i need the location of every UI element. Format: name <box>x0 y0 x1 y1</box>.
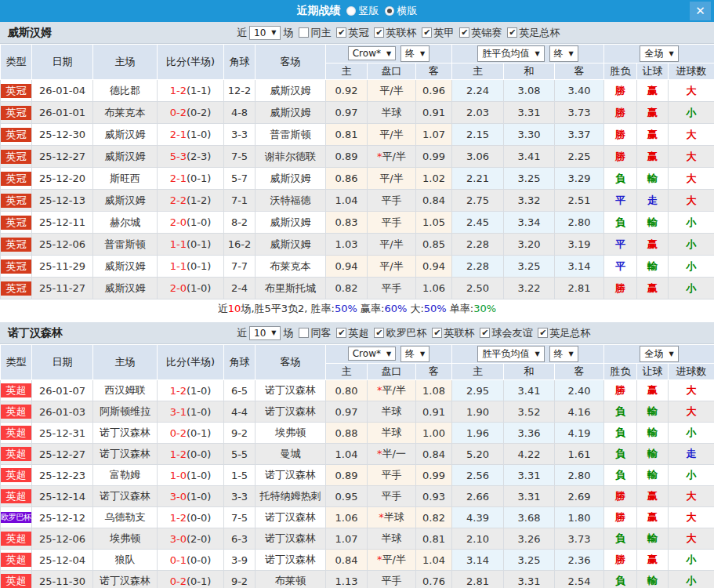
fulltime-score: 1-2 <box>170 385 187 397</box>
fulltime-score: 2-1 <box>170 129 187 140</box>
handicap-cell: 平/半 <box>368 234 416 256</box>
fullmatch-select[interactable]: 全场▼ <box>640 346 678 362</box>
same-venue-checkbox[interactable] <box>299 27 309 38</box>
result-text: 勝 <box>615 554 625 565</box>
score-cell: 1-2(1-0) <box>158 380 224 401</box>
league-cell: 英冠 <box>1 278 32 299</box>
league-checkbox[interactable]: ✔ <box>374 328 384 338</box>
league-badge: 英冠 <box>1 281 31 296</box>
date-cell: 25-11-29 <box>32 256 93 278</box>
avg-draw-cell: 3.25 <box>504 168 555 190</box>
result-text: 輸 <box>647 448 658 459</box>
table-row: 英超25-12-31诺丁汉森林0-2(0-1)9-2埃弗顿0.88半球1.001… <box>1 423 714 444</box>
league-badge: 英超 <box>1 532 31 546</box>
league-checkbox[interactable]: ✔ <box>336 328 346 338</box>
fulltime-score: 3-0 <box>170 491 187 503</box>
avg-select[interactable]: 胜平负均值▼ <box>477 346 544 362</box>
chevron-down-icon: ▼ <box>271 329 276 336</box>
score-cell: 0-2(0-1) <box>158 423 224 444</box>
result-winloss-cell: 平 <box>604 190 637 212</box>
horizontal-layout-radio[interactable]: 横版 <box>385 4 418 18</box>
result-winloss-cell: 負 <box>604 465 637 486</box>
close-button[interactable]: ✕ <box>690 2 711 20</box>
handicap-cell: 半球 <box>368 102 416 124</box>
result-text: 小 <box>687 260 697 272</box>
away-team: 威斯汉姆 <box>256 102 326 124</box>
odds-home-cell: 1.13 <box>326 571 368 588</box>
avg-final-select[interactable]: 终▼ <box>549 45 578 62</box>
avg-away-cell: 3.29 <box>555 168 604 190</box>
score-cell: 1-2(1-1) <box>158 80 224 102</box>
league-checkbox[interactable]: ✔ <box>459 27 469 38</box>
chevron-down-icon: ▼ <box>420 350 425 358</box>
column-header: 主 <box>326 364 368 380</box>
corner-cell: 7-5 <box>224 507 256 528</box>
avg-group-header: 胜平负均值▼终▼ <box>452 45 604 64</box>
odds-final-select[interactable]: 终▼ <box>400 346 429 362</box>
section-filterbar: 威斯汉姆近10▼场同主✔英冠✔英联杯✔英甲✔英锦赛✔英足总杯 <box>0 22 714 44</box>
away-team: 沃特福德 <box>256 190 326 212</box>
odds-source-select[interactable]: Crow*▼ <box>348 347 396 361</box>
result-text: 平 <box>615 194 625 206</box>
result-text: 勝 <box>615 107 625 118</box>
fulltime-score: 5-3 <box>170 151 187 162</box>
avg-draw-cell: 3.34 <box>504 212 555 234</box>
table-row: 英冠25-12-30威斯汉姆2-1(1-0)3-3普雷斯顿0.81平/半1.07… <box>1 124 714 146</box>
league-badge: 英超 <box>1 574 31 588</box>
score-cell: 1-2(0-0) <box>158 507 224 528</box>
vertical-layout-radio[interactable]: 竖版 <box>346 4 379 18</box>
handicap-cell: 平手 <box>368 278 416 299</box>
league-checkbox[interactable]: ✔ <box>432 328 442 338</box>
avg-away-cell: 1.61 <box>555 444 604 465</box>
result-text: 負 <box>615 532 625 544</box>
odds-source-select[interactable]: Crow*▼ <box>348 46 396 60</box>
result-text: 輸 <box>647 260 658 272</box>
odds-away-cell: 0.76 <box>416 571 452 588</box>
corner-cell: 6-3 <box>224 528 256 550</box>
league-checkbox[interactable]: ✔ <box>374 27 384 38</box>
column-header: 角球 <box>224 345 256 380</box>
odds-home-cell: 0.89 <box>326 146 368 168</box>
match-count-select[interactable]: 10▼ <box>249 26 281 40</box>
result-text: 赢 <box>647 129 658 140</box>
radio-unselected-icon[interactable] <box>346 6 356 16</box>
league-checkbox[interactable]: ✔ <box>336 27 346 38</box>
score-cell: 0-2(0-2) <box>158 102 224 124</box>
result-text: 走 <box>647 194 658 206</box>
fullmatch-select[interactable]: 全场▼ <box>640 45 678 62</box>
result-handicap-cell: 赢 <box>637 146 669 168</box>
same-venue-checkbox[interactable] <box>299 328 309 338</box>
odds-home-cell: 1.03 <box>326 234 368 256</box>
odds-away-cell: 1.08 <box>416 380 452 401</box>
match-count-select[interactable]: 10▼ <box>249 326 281 340</box>
avg-away-cell: 2.80 <box>555 465 604 486</box>
odds-away-cell: 0.84 <box>416 444 452 465</box>
league-checkbox[interactable]: ✔ <box>422 27 432 38</box>
result-winloss-cell: 負 <box>604 168 637 190</box>
close-icon: ✕ <box>695 4 705 18</box>
avg-select[interactable]: 胜平负均值▼ <box>477 45 544 62</box>
halftime-score: (1-0) <box>187 491 211 503</box>
result-text: 負 <box>615 575 625 586</box>
fulltime-score: 2-1 <box>170 172 187 184</box>
league-checkbox[interactable]: ✔ <box>480 328 490 338</box>
score-cell: 3-0(1-0) <box>158 486 224 507</box>
radio-selected-icon[interactable] <box>385 6 394 16</box>
date-cell: 25-12-06 <box>32 234 93 256</box>
halftime-score: (0-0) <box>187 448 211 460</box>
league-cell: 英冠 <box>1 80 32 102</box>
result-winloss-cell: 勝 <box>604 380 637 401</box>
score-cell: 0-2(0-1) <box>158 571 224 588</box>
odds-final-select[interactable]: 终▼ <box>400 45 429 62</box>
fulltime-score: 0-1 <box>170 554 187 566</box>
result-goals-cell: 大 <box>669 124 714 146</box>
handicap-text: 半/一 <box>382 448 406 459</box>
avg-final-select[interactable]: 终▼ <box>549 346 578 362</box>
result-text: 大 <box>687 511 697 523</box>
league-checkbox[interactable]: ✔ <box>507 27 517 38</box>
result-text: 輸 <box>647 532 658 544</box>
result-text: 大 <box>687 172 697 184</box>
league-checkbox[interactable]: ✔ <box>538 328 548 338</box>
halftime-score: (0-1) <box>187 238 211 250</box>
column-header: 让球 <box>637 64 669 80</box>
